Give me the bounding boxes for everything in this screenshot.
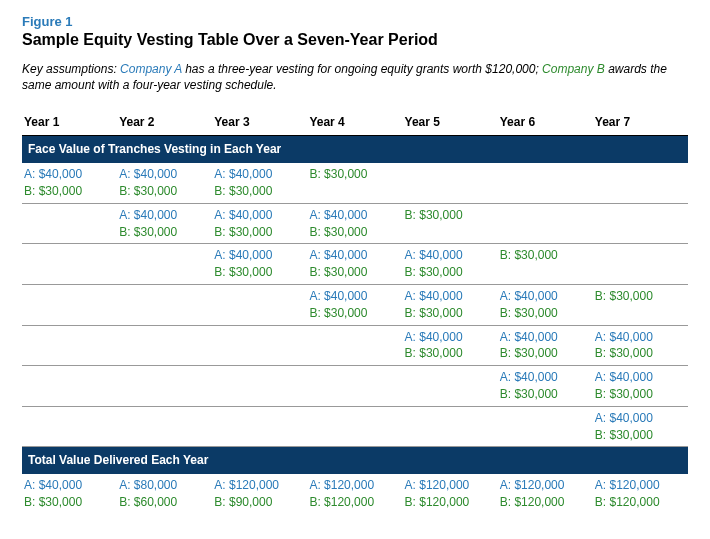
tranche-cell: A: $40,000B: $30,000 xyxy=(593,406,688,447)
col-header-year-5: Year 5 xyxy=(403,111,498,136)
company-b-value: B: $30,000 xyxy=(500,345,589,362)
tranche-cell: A: $40,000B: $30,000 xyxy=(498,284,593,325)
tranche-cell: A: $40,000B: $30,000 xyxy=(117,163,212,203)
company-a-value: A: $40,000 xyxy=(500,369,589,386)
total-company-a: A: $80,000 xyxy=(119,477,208,494)
tranche-cell: B: $30,000 xyxy=(307,163,402,203)
col-header-year-7: Year 7 xyxy=(593,111,688,136)
total-company-b: B: $30,000 xyxy=(24,494,113,511)
tranche-cell xyxy=(403,163,498,203)
tranche-cell xyxy=(117,406,212,447)
section-total-value-label: Total Value Delivered Each Year xyxy=(22,447,688,474)
tranche-cell: A: $40,000B: $30,000 xyxy=(307,203,402,244)
totals-cell: A: $120,000B: $90,000 xyxy=(212,474,307,514)
company-a-value: A: $40,000 xyxy=(119,166,208,183)
figure-label: Figure 1 xyxy=(22,14,688,29)
tranche-row: A: $40,000B: $30,000A: $40,000B: $30,000… xyxy=(22,325,688,366)
tranche-cell xyxy=(22,366,117,407)
total-company-a: A: $120,000 xyxy=(500,477,589,494)
total-company-b: B: $120,000 xyxy=(595,494,684,511)
tranche-cell: A: $40,000B: $30,000 xyxy=(212,163,307,203)
company-b-value: B: $30,000 xyxy=(500,247,589,264)
tranche-cell xyxy=(593,203,688,244)
tranche-cell xyxy=(307,366,402,407)
company-a-value: A: $40,000 xyxy=(24,166,113,183)
tranche-cell xyxy=(117,284,212,325)
tranche-cell xyxy=(22,284,117,325)
table-header-row: Year 1Year 2Year 3Year 4Year 5Year 6Year… xyxy=(22,111,688,136)
assumptions-mid-a: has a three-year vesting for ongoing equ… xyxy=(182,62,542,76)
company-a-value: A: $40,000 xyxy=(214,207,303,224)
company-b-value: B: $30,000 xyxy=(595,386,684,403)
tranche-cell: A: $40,000B: $30,000 xyxy=(593,366,688,407)
totals-cell: A: $120,000B: $120,000 xyxy=(403,474,498,514)
tranche-cell: A: $40,000B: $30,000 xyxy=(307,284,402,325)
tranche-row: A: $40,000B: $30,000A: $40,000B: $30,000 xyxy=(22,366,688,407)
company-b-value: B: $30,000 xyxy=(595,427,684,444)
totals-cell: A: $120,000B: $120,000 xyxy=(307,474,402,514)
company-a-value: A: $40,000 xyxy=(405,288,494,305)
tranche-cell xyxy=(22,244,117,285)
company-a-value: A: $40,000 xyxy=(309,207,398,224)
tranche-cell xyxy=(22,325,117,366)
tranche-cell xyxy=(593,244,688,285)
total-company-a: A: $120,000 xyxy=(309,477,398,494)
tranche-cell: A: $40,000B: $30,000 xyxy=(212,244,307,285)
total-company-b: B: $120,000 xyxy=(405,494,494,511)
company-b-value: B: $30,000 xyxy=(405,345,494,362)
company-b-value: B: $30,000 xyxy=(214,224,303,241)
tranche-row: A: $40,000B: $30,000 xyxy=(22,406,688,447)
tranche-cell xyxy=(593,163,688,203)
tranche-cell xyxy=(212,366,307,407)
company-b-value: B: $30,000 xyxy=(119,224,208,241)
tranche-cell xyxy=(498,163,593,203)
tranche-cell xyxy=(22,203,117,244)
tranche-cell: A: $40,000B: $30,000 xyxy=(307,244,402,285)
company-b-value: B: $30,000 xyxy=(595,345,684,362)
company-b-value: B: $30,000 xyxy=(214,264,303,281)
tranche-cell xyxy=(117,366,212,407)
company-a-value: A: $40,000 xyxy=(500,288,589,305)
col-header-year-2: Year 2 xyxy=(117,111,212,136)
company-a-name: Company A xyxy=(120,62,182,76)
company-b-value: B: $30,000 xyxy=(405,264,494,281)
tranche-cell: A: $40,000B: $30,000 xyxy=(498,366,593,407)
section-face-value: Face Value of Tranches Vesting in Each Y… xyxy=(22,136,688,163)
tranche-cell xyxy=(307,406,402,447)
col-header-year-6: Year 6 xyxy=(498,111,593,136)
col-header-year-4: Year 4 xyxy=(307,111,402,136)
total-company-b: B: $60,000 xyxy=(119,494,208,511)
tranche-cell: A: $40,000B: $30,000 xyxy=(22,163,117,203)
total-company-a: A: $120,000 xyxy=(405,477,494,494)
total-company-a: A: $120,000 xyxy=(214,477,303,494)
company-a-value: A: $40,000 xyxy=(595,410,684,427)
tranche-cell xyxy=(498,203,593,244)
tranche-cell: B: $30,000 xyxy=(593,284,688,325)
assumptions-prefix: Key assumptions: xyxy=(22,62,120,76)
company-a-value: A: $40,000 xyxy=(595,329,684,346)
tranche-row: A: $40,000B: $30,000A: $40,000B: $30,000… xyxy=(22,203,688,244)
tranche-cell: A: $40,000B: $30,000 xyxy=(403,284,498,325)
tranche-cell xyxy=(117,325,212,366)
company-a-value: A: $40,000 xyxy=(595,369,684,386)
tranche-cell: B: $30,000 xyxy=(498,244,593,285)
assumptions-text: Key assumptions: Company A has a three-y… xyxy=(22,61,688,93)
tranche-row: A: $40,000B: $30,000A: $40,000B: $30,000… xyxy=(22,163,688,203)
company-a-value: A: $40,000 xyxy=(309,288,398,305)
tranche-cell xyxy=(307,325,402,366)
tranche-cell: A: $40,000B: $30,000 xyxy=(212,203,307,244)
tranche-row: A: $40,000B: $30,000A: $40,000B: $30,000… xyxy=(22,244,688,285)
company-b-value: B: $30,000 xyxy=(24,183,113,200)
total-company-b: B: $90,000 xyxy=(214,494,303,511)
tranche-cell: A: $40,000B: $30,000 xyxy=(593,325,688,366)
total-company-b: B: $120,000 xyxy=(309,494,398,511)
company-b-value: B: $30,000 xyxy=(500,305,589,322)
tranche-cell xyxy=(212,406,307,447)
total-company-a: A: $40,000 xyxy=(24,477,113,494)
tranche-cell xyxy=(498,406,593,447)
figure-container: { "figure_label": "Figure 1", "figure_ti… xyxy=(0,0,710,534)
totals-row: A: $40,000B: $30,000A: $80,000B: $60,000… xyxy=(22,474,688,514)
company-b-value: B: $30,000 xyxy=(309,224,398,241)
tranche-cell: A: $40,000B: $30,000 xyxy=(403,325,498,366)
company-b-value: B: $30,000 xyxy=(595,288,684,305)
